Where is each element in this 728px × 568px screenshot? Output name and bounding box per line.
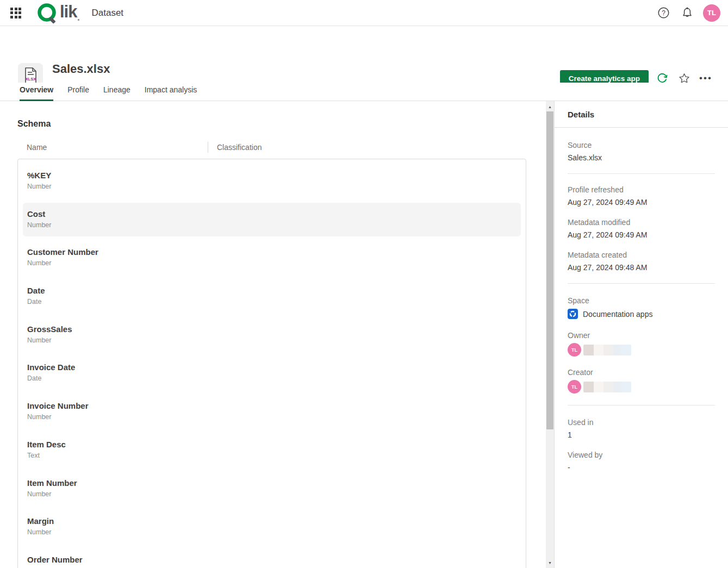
metadata-modified-value: Aug 27, 2024 09:49 AM (568, 230, 715, 239)
tab-bar: OverviewProfileLineageImpact analysis (0, 83, 728, 101)
field-name: Order Number (27, 555, 521, 564)
field-classification: Number (27, 528, 521, 536)
xlsx-badge-text: XLSX (26, 77, 36, 82)
schema-field-row[interactable]: Item Desc Text (18, 431, 526, 470)
owner-label: Owner (568, 331, 715, 340)
column-header-classification: Classification (208, 143, 262, 152)
qlik-trademark-dot (78, 19, 79, 21)
svg-text:?: ? (662, 9, 665, 17)
help-icon[interactable]: ? (655, 5, 671, 21)
field-classification: Number (27, 221, 521, 229)
creator-avatar[interactable]: TL (568, 380, 581, 394)
dataset-title: Sales.xlsx (52, 62, 110, 76)
page-title: Dataset (91, 8, 123, 18)
scroll-down-arrow-icon[interactable]: ▼ (546, 558, 554, 567)
field-name: Customer Number (27, 247, 521, 257)
used-in-value: 1 (568, 430, 715, 439)
profile-refreshed-value: Aug 27, 2024 09:49 AM (568, 198, 715, 207)
metadata-modified-label: Metadata modified (568, 218, 715, 227)
metadata-created-label: Metadata created (568, 251, 715, 259)
metadata-created-value: Aug 27, 2024 09:48 AM (568, 263, 715, 272)
space-link[interactable]: Documentation apps (568, 309, 715, 319)
column-header-name: Name (17, 143, 208, 152)
owner-row: TL (568, 343, 715, 357)
tab-impact-analysis[interactable]: Impact analysis (145, 85, 197, 101)
field-name: Date (27, 286, 521, 295)
schema-field-row[interactable]: Margin Number (18, 508, 526, 546)
scrollbar-thumb[interactable] (546, 111, 553, 429)
schema-field-row[interactable]: Item Number Number (18, 470, 526, 508)
viewed-by-value: - (568, 463, 715, 472)
qlik-logo-text: lik (60, 1, 77, 23)
vertical-scrollbar[interactable]: ▲ ▼ (546, 101, 554, 568)
field-name: Invoice Date (27, 363, 521, 372)
field-name: Item Number (27, 478, 521, 488)
field-classification: Number (27, 336, 521, 344)
dataset-header: XLSX Sales.xlsx XLSX96,466 rows15 fields… (0, 26, 728, 83)
profile-refreshed-label: Profile refreshed (568, 185, 715, 194)
creator-name-redacted (583, 382, 631, 392)
tab-lineage[interactable]: Lineage (103, 85, 130, 101)
schema-field-row[interactable]: Cost Number (18, 201, 526, 239)
tab-overview[interactable]: Overview (20, 85, 53, 101)
notifications-bell-icon[interactable] (679, 5, 695, 21)
field-name: Margin (27, 516, 521, 526)
divider (568, 283, 715, 284)
owner-avatar[interactable]: TL (568, 343, 581, 357)
divider (568, 173, 715, 174)
creator-label: Creator (568, 368, 715, 377)
schema-field-row[interactable]: Date Date (18, 277, 526, 316)
space-label: Space (568, 296, 715, 305)
details-panel: Details Source Sales.xlsx Profile refres… (554, 101, 728, 568)
schema-field-row[interactable]: Invoice Number Number (18, 392, 526, 431)
field-classification: Number (27, 413, 521, 421)
divider (568, 405, 715, 405)
creator-row: TL (568, 380, 715, 394)
schema-column-headers: Name Classification (17, 140, 526, 154)
schema-field-row[interactable]: Order Number Number (18, 546, 526, 568)
field-classification: Date (27, 374, 521, 382)
space-icon (568, 309, 578, 319)
user-avatar[interactable]: TL (703, 4, 720, 22)
schema-heading: Schema (17, 119, 51, 129)
field-classification: Date (27, 298, 521, 305)
field-classification: Text (27, 452, 521, 459)
field-name: %KEY (27, 171, 521, 180)
source-value: Sales.xlsx (568, 153, 715, 162)
field-name: Item Desc (27, 440, 521, 449)
space-name: Documentation apps (583, 310, 652, 319)
overview-content: Schema Name Classification %KEY Number C… (0, 101, 546, 568)
schema-field-row[interactable]: Invoice Date Date (18, 354, 526, 392)
qlik-q-icon (36, 1, 60, 25)
top-bar: lik Dataset ? TL (0, 0, 728, 26)
field-name: Cost (27, 209, 521, 219)
viewed-by-label: Viewed by (568, 451, 715, 459)
field-classification: Number (27, 259, 521, 267)
field-classification: Number (27, 183, 521, 190)
app-launcher-grid-icon[interactable] (9, 6, 23, 20)
used-in-label: Used in (568, 418, 715, 427)
source-label: Source (568, 141, 715, 149)
schema-field-row[interactable]: %KEY Number (18, 162, 526, 201)
schema-field-row[interactable]: Customer Number Number (18, 239, 526, 277)
details-heading: Details (555, 101, 728, 128)
field-name: Invoice Number (27, 401, 521, 410)
qlik-logo[interactable]: lik (36, 1, 79, 25)
owner-name-redacted (583, 345, 631, 355)
tab-profile[interactable]: Profile (67, 85, 89, 101)
schema-field-row[interactable]: GrossSales Number (18, 316, 526, 354)
field-classification: Number (27, 490, 521, 498)
scroll-up-arrow-icon[interactable]: ▲ (546, 102, 554, 111)
field-name: GrossSales (27, 324, 521, 334)
schema-table: %KEY Number Cost Number Customer Number … (17, 159, 526, 568)
